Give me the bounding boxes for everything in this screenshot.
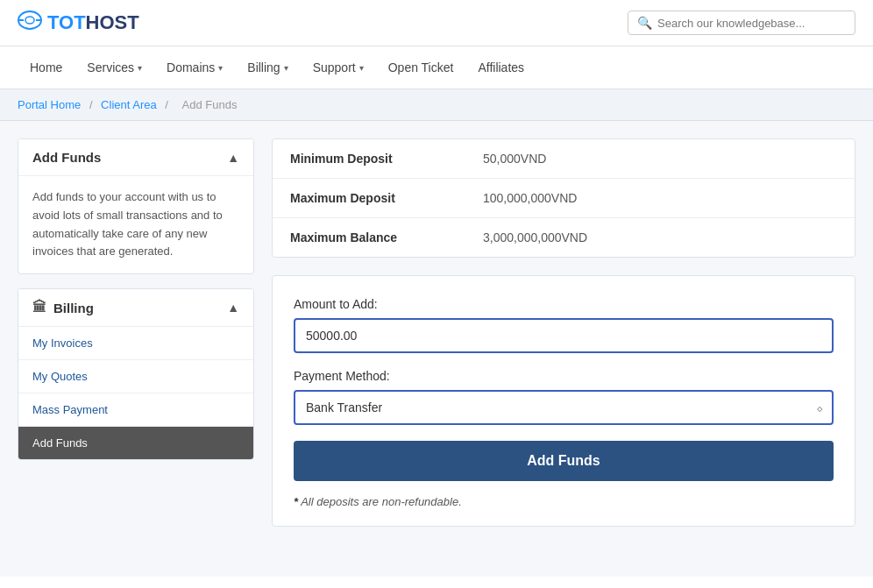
billing-chevron-up-icon: ▲ — [227, 301, 239, 315]
deposit-balance-value: 3,000,000,000VND — [483, 230, 587, 244]
payment-method-group: Payment Method: Bank Transfer ⬦ — [294, 369, 834, 425]
breadcrumb-client-area[interactable]: Client Area — [101, 98, 157, 111]
main-content: Add Funds ▲ Add funds to your account wi… — [0, 121, 873, 577]
main-nav: Home Services ▾ Domains ▾ Billing ▾ Supp… — [0, 46, 873, 89]
add-funds-form-panel: Amount to Add: Payment Method: Bank Tran… — [272, 275, 855, 527]
breadcrumb-sep-1: / — [89, 98, 96, 111]
sidebar-add-funds-title: Add Funds — [32, 150, 101, 165]
search-icon: 🔍 — [637, 16, 652, 30]
sidebar-add-funds-description: Add funds to your account with us to avo… — [18, 175, 253, 273]
billing-icon: 🏛 — [32, 300, 46, 315]
sidebar-add-funds-section: Add Funds ▲ Add funds to your account wi… — [18, 138, 254, 274]
deposit-table: Minimum Deposit 50,000VND Maximum Deposi… — [272, 138, 855, 258]
logo[interactable]: TOTHOST — [18, 11, 139, 35]
nav-item-services[interactable]: Services ▾ — [75, 46, 154, 89]
sidebar-billing-section: 🏛 Billing ▲ My Invoices My Quotes Mass P… — [18, 288, 254, 460]
sidebar-item-my-invoices[interactable]: My Invoices — [18, 326, 253, 359]
nav-item-support[interactable]: Support ▾ — [301, 46, 376, 89]
nav-item-billing[interactable]: Billing ▾ — [235, 46, 300, 89]
billing-title-area: 🏛 Billing — [32, 300, 94, 315]
note-text-content: All deposits are non-refundable. — [301, 495, 462, 508]
sidebar-add-funds-header[interactable]: Add Funds ▲ — [18, 139, 253, 175]
deposit-row-min: Minimum Deposit 50,000VND — [273, 139, 855, 179]
right-panel: Minimum Deposit 50,000VND Maximum Deposi… — [272, 138, 855, 559]
sidebar: Add Funds ▲ Add funds to your account wi… — [18, 138, 254, 559]
nav-item-open-ticket[interactable]: Open Ticket — [376, 46, 466, 89]
sidebar-item-my-quotes[interactable]: My Quotes — [18, 359, 253, 393]
logo-icon — [18, 11, 42, 35]
note: * All deposits are non-refundable. — [294, 495, 834, 508]
breadcrumb-current: Add Funds — [182, 98, 238, 111]
svg-point-1 — [25, 17, 34, 24]
deposit-max-label: Maximum Deposit — [290, 191, 483, 205]
nav-item-affiliates[interactable]: Affiliates — [465, 46, 536, 89]
deposit-max-value: 100,000,000VND — [483, 191, 577, 205]
note-asterisk: * — [294, 495, 298, 508]
sidebar-item-add-funds[interactable]: Add Funds — [18, 426, 253, 459]
deposit-min-value: 50,000VND — [483, 152, 546, 166]
support-chevron-icon: ▾ — [359, 63, 364, 73]
sidebar-billing-header[interactable]: 🏛 Billing ▲ — [18, 289, 253, 326]
billing-chevron-icon: ▾ — [284, 63, 288, 73]
amount-group: Amount to Add: — [294, 297, 834, 353]
payment-method-select[interactable]: Bank Transfer — [294, 390, 834, 425]
deposit-balance-label: Maximum Balance — [290, 230, 483, 244]
deposit-row-max: Maximum Deposit 100,000,000VND — [273, 179, 855, 218]
nav-item-home[interactable]: Home — [18, 46, 75, 89]
domains-chevron-icon: ▾ — [218, 63, 223, 73]
deposit-min-label: Minimum Deposit — [290, 152, 483, 166]
amount-input[interactable] — [294, 318, 834, 353]
services-chevron-icon: ▾ — [138, 63, 142, 73]
logo-host: HOST — [86, 11, 139, 34]
sidebar-item-mass-payment[interactable]: Mass Payment — [18, 393, 253, 426]
add-funds-button[interactable]: Add Funds — [294, 441, 834, 481]
search-input[interactable] — [657, 17, 846, 30]
breadcrumb-portal-home[interactable]: Portal Home — [18, 98, 81, 111]
header: TOTHOST 🔍 — [0, 0, 873, 46]
payment-label: Payment Method: — [294, 369, 834, 383]
breadcrumb: Portal Home / Client Area / Add Funds — [0, 89, 873, 121]
search-box[interactable]: 🔍 — [628, 11, 855, 35]
logo-tot: TOT — [47, 11, 86, 34]
sidebar-billing-title: Billing — [53, 301, 94, 315]
amount-label: Amount to Add: — [294, 297, 834, 311]
deposit-row-balance: Maximum Balance 3,000,000,000VND — [273, 218, 855, 257]
nav-item-domains[interactable]: Domains ▾ — [154, 46, 235, 89]
chevron-up-icon: ▲ — [227, 151, 239, 165]
breadcrumb-sep-2: / — [165, 98, 171, 111]
select-wrapper: Bank Transfer ⬦ — [294, 390, 834, 425]
